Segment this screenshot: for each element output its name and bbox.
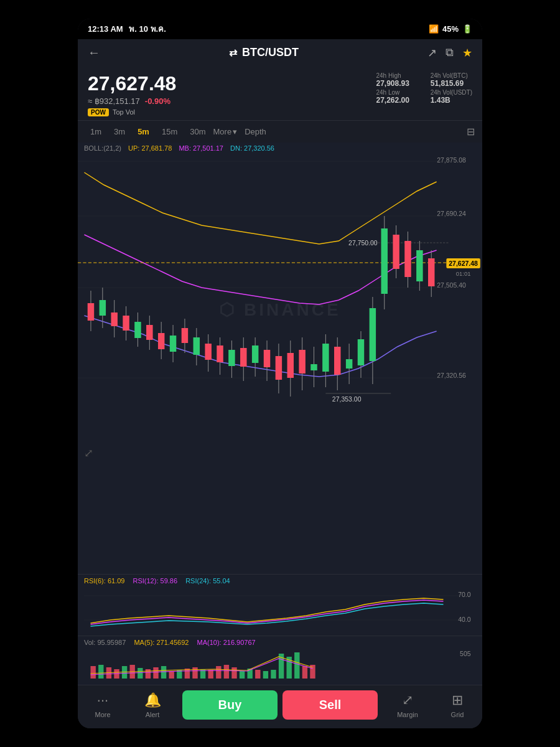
svg-rect-103 [263, 671, 268, 679]
nav-grid[interactable]: ⊞ Grid [432, 692, 482, 718]
svg-rect-65 [370, 308, 376, 361]
battery-icon: 🔋 [462, 24, 472, 34]
tf-3m[interactable]: 3m [109, 125, 130, 139]
sell-button[interactable]: Sell [282, 690, 378, 720]
tf-5m[interactable]: 5m [133, 125, 154, 139]
svg-rect-35 [194, 337, 200, 355]
svg-rect-69 [393, 235, 399, 269]
volume-section: Vol: 95.95987 MA(5): 271.45692 MA(10): 2… [78, 636, 482, 685]
svg-rect-87 [138, 668, 142, 679]
svg-text:27,505.40: 27,505.40 [437, 282, 466, 289]
svg-rect-17 [88, 303, 94, 321]
svg-text:27,750.00: 27,750.00 [348, 240, 378, 247]
tf-30m[interactable]: 30m [185, 125, 210, 139]
more-icon: ··· [97, 692, 108, 708]
buy-button[interactable]: Buy [182, 690, 278, 720]
svg-rect-97 [216, 666, 221, 679]
chart-settings-icon[interactable]: ⊟ [467, 126, 475, 138]
tf-15m[interactable]: 15m [157, 125, 182, 139]
vol-indicators: Vol: 95.95987 MA(5): 271.45692 MA(10): 2… [84, 637, 476, 647]
copy-icon[interactable]: ⧉ [446, 46, 454, 59]
topvol-tag: Top Vol [113, 108, 135, 116]
svg-rect-98 [224, 665, 229, 679]
status-bar: 12:13 AM พ. 10 พ.ค. 📶 45% 🔋 [78, 19, 482, 39]
svg-rect-49 [276, 356, 282, 380]
svg-rect-88 [146, 669, 151, 679]
rsi-indicators: RSI(6): 61.09 RSI(12): 59.86 RSI(24): 55… [84, 576, 476, 586]
favorite-icon[interactable]: ★ [462, 46, 472, 60]
svg-rect-108 [302, 666, 307, 679]
grid-icon: ⊞ [452, 692, 463, 708]
svg-rect-73 [416, 250, 422, 281]
svg-rect-51 [287, 353, 294, 378]
rsi-section: RSI(6): 61.09 RSI(12): 59.86 RSI(24): 55… [78, 574, 482, 636]
volume-chart: 505 [84, 647, 476, 685]
tf-more[interactable]: More ▾ [213, 127, 238, 136]
header: ← ⇄ BTC/USDT ↗︎ ⧉ ★ [78, 39, 482, 66]
current-price: 27,627.48 [88, 72, 176, 95]
svg-rect-59 [334, 347, 340, 375]
nav-margin-label: Margin [397, 711, 418, 718]
header-actions: ↗︎ ⧉ ★ [427, 46, 472, 60]
svg-rect-19 [100, 300, 106, 316]
nav-alert[interactable]: 🔔 Alert [128, 692, 177, 718]
nav-alert-label: Alert [146, 711, 160, 718]
share-icon[interactable]: ↗︎ [427, 46, 437, 60]
svg-rect-47 [264, 350, 270, 367]
margin-icon: ⤢ [402, 692, 413, 708]
svg-rect-104 [271, 670, 276, 679]
svg-text:27,875.08: 27,875.08 [437, 157, 466, 164]
price-stats: 24h High 27,908.93 24h Vol(BTC) 51,815.6… [376, 72, 473, 105]
svg-rect-21 [111, 312, 117, 326]
trading-pair: ⇄ BTC/USDT [229, 46, 299, 59]
tf-depth[interactable]: Depth [245, 127, 266, 136]
svg-rect-37 [205, 344, 211, 360]
svg-rect-91 [169, 671, 174, 679]
expand-chart-icon[interactable]: ⤢ [84, 446, 93, 460]
svg-rect-39 [217, 345, 223, 362]
nav-margin[interactable]: ⤢ Margin [383, 692, 432, 718]
nav-more-label: More [95, 711, 110, 718]
svg-rect-63 [358, 339, 364, 365]
svg-rect-57 [322, 344, 329, 372]
timeframe-bar: 1m 3m 5m 15m 30m More ▾ Depth ⊟ [78, 120, 482, 143]
svg-rect-82 [98, 665, 103, 679]
battery-level: 45% [442, 24, 459, 34]
svg-text:40.0: 40.0 [458, 616, 471, 623]
nav-more[interactable]: ··· More [78, 692, 128, 718]
wifi-icon: 📶 [429, 24, 439, 34]
svg-rect-53 [299, 350, 305, 374]
svg-rect-25 [134, 322, 141, 338]
svg-rect-75 [428, 258, 434, 286]
swap-icon: ⇄ [229, 47, 237, 59]
svg-rect-90 [161, 666, 166, 679]
svg-rect-33 [182, 328, 188, 343]
status-time: 12:13 AM พ. 10 พ.ค. [88, 22, 166, 35]
svg-text:27,690.24: 27,690.24 [437, 210, 466, 217]
price-change: -0.90% [145, 96, 170, 106]
svg-rect-45 [252, 345, 258, 363]
svg-rect-99 [231, 667, 236, 679]
candlestick-chart[interactable]: ⬡ BINANCE 27,875.08 27,690.24 27,505.40 … [78, 154, 482, 465]
boll-indicator: BOLL:(21,2) UP: 27,681.78 MB: 27,501.17 … [78, 143, 482, 154]
bottom-nav: ··· More 🔔 Alert Buy Sell ⤢ Margin ⊞ Gri… [78, 685, 482, 728]
tf-1m[interactable]: 1m [85, 125, 106, 139]
price-section: 27,627.48 ≈ ฿932,151.17 -0.90% POW Top V… [78, 66, 482, 120]
svg-rect-71 [404, 241, 411, 277]
svg-text:70.0: 70.0 [458, 591, 471, 598]
back-button[interactable]: ← [88, 45, 100, 60]
svg-text:01:01: 01:01 [456, 271, 471, 277]
svg-rect-94 [192, 667, 197, 679]
svg-rect-107 [294, 652, 299, 679]
svg-text:505: 505 [460, 651, 471, 657]
svg-rect-29 [158, 333, 164, 349]
chart-area: BOLL:(21,2) UP: 27,681.78 MB: 27,501.17 … [78, 143, 482, 574]
svg-text:27,320.56: 27,320.56 [437, 372, 466, 379]
svg-rect-41 [228, 350, 235, 366]
svg-rect-100 [240, 671, 245, 679]
svg-rect-96 [208, 670, 213, 679]
alert-icon: 🔔 [144, 692, 161, 708]
svg-rect-27 [146, 325, 152, 340]
buy-sell-area: Buy Sell [177, 690, 383, 720]
svg-rect-43 [240, 348, 246, 367]
